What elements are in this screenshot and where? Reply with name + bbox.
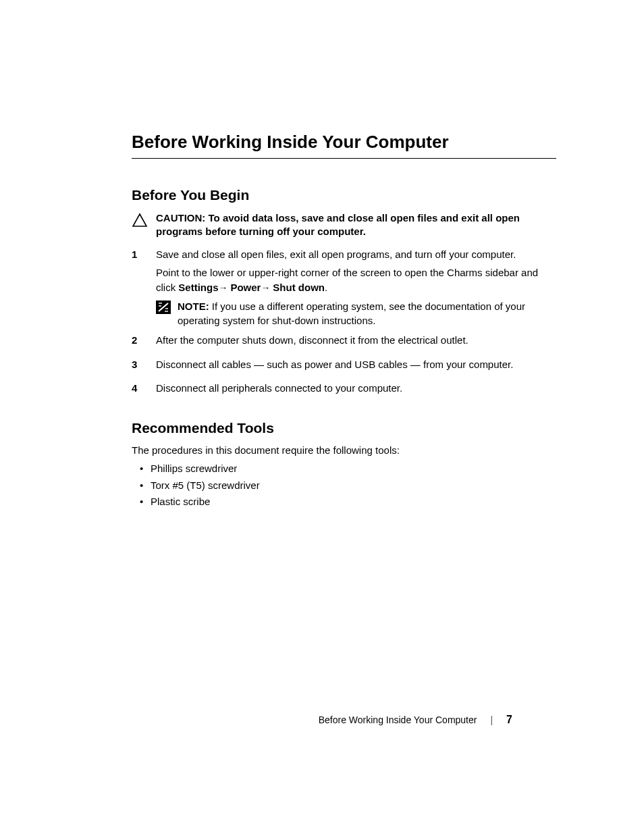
step-text: Disconnect all peripherals connected to … xyxy=(156,381,556,396)
section-before-you-begin: Before You Begin CAUTION: To avoid data … xyxy=(132,187,556,400)
steps-list: Save and close all open files, exit all … xyxy=(132,247,556,400)
caution-label: CAUTION: xyxy=(156,212,205,224)
list-item: Phillips screwdriver xyxy=(151,461,556,477)
step-text: Save and close all open files, exit all … xyxy=(156,247,556,262)
section-recommended-tools: Recommended Tools The procedures in this… xyxy=(132,420,556,510)
note-body: If you use a different operating system,… xyxy=(178,301,525,326)
page-title: Before Working Inside Your Computer xyxy=(132,132,556,159)
footer-separator: | xyxy=(490,714,493,725)
step-item: Disconnect all peripherals connected to … xyxy=(132,381,556,400)
note-icon xyxy=(156,301,171,314)
section-intro: The procedures in this document require … xyxy=(132,444,556,456)
step-item: After the computer shuts down, disconnec… xyxy=(132,333,556,352)
caution-block: CAUTION: To avoid data loss, save and cl… xyxy=(132,211,556,239)
caution-body: To avoid data loss, save and close all o… xyxy=(156,212,520,237)
document-page: Before Working Inside Your Computer Befo… xyxy=(0,0,644,510)
caution-icon xyxy=(132,213,151,230)
footer-page-number: 7 xyxy=(506,714,512,726)
note-text: NOTE: If you use a different operating s… xyxy=(178,299,556,328)
settings-path: Point to the lower or upper-right corner… xyxy=(156,265,556,295)
section-heading: Recommended Tools xyxy=(132,420,556,436)
step-text: Disconnect all cables — such as power an… xyxy=(156,357,556,372)
note-block: NOTE: If you use a different operating s… xyxy=(156,299,556,328)
list-item: Torx #5 (T5) screwdriver xyxy=(151,478,556,494)
step-text: After the computer shuts down, disconnec… xyxy=(156,333,556,348)
footer-title: Before Working Inside Your Computer xyxy=(319,714,477,725)
tools-list: Phillips screwdriver Torx #5 (T5) screwd… xyxy=(132,461,556,510)
caution-text: CAUTION: To avoid data loss, save and cl… xyxy=(156,211,556,239)
page-footer: Before Working Inside Your Computer | 7 xyxy=(319,714,512,726)
section-heading: Before You Begin xyxy=(132,187,556,203)
list-item: Plastic scribe xyxy=(151,494,556,510)
step-item: Save and close all open files, exit all … xyxy=(132,247,556,328)
note-label: NOTE: xyxy=(178,301,209,312)
step-item: Disconnect all cables — such as power an… xyxy=(132,357,556,376)
